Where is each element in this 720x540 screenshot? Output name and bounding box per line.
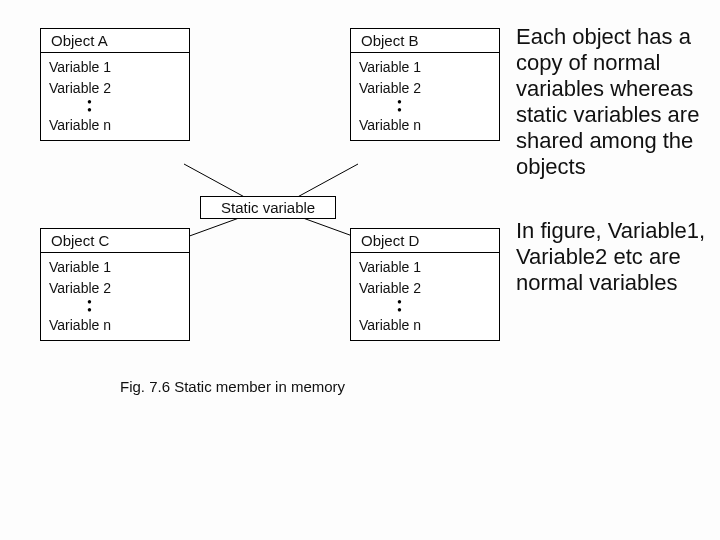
- object-b-box: Object B Variable 1 Variable 2 •• Variab…: [350, 28, 500, 141]
- object-d-var1: Variable 1: [359, 257, 495, 278]
- static-member-diagram: Object A Variable 1 Variable 2 •• Variab…: [40, 28, 500, 428]
- object-b-body: Variable 1 Variable 2 •• Variable n: [351, 53, 499, 140]
- object-b-varn: Variable n: [359, 115, 495, 136]
- svg-line-1: [292, 164, 358, 200]
- object-a-title: Object A: [41, 29, 189, 53]
- paragraph-2: In figure, Variable1, Variable2 etc are …: [516, 218, 706, 296]
- object-c-title: Object C: [41, 229, 189, 253]
- paragraph-1: Each object has a copy of normal variabl…: [516, 24, 706, 180]
- ellipsis-icon: ••: [49, 99, 185, 115]
- object-a-var2: Variable 2: [49, 78, 185, 99]
- object-c-box: Object C Variable 1 Variable 2 •• Variab…: [40, 228, 190, 341]
- object-b-title: Object B: [351, 29, 499, 53]
- object-d-body: Variable 1 Variable 2 •• Variable n: [351, 253, 499, 340]
- object-a-var1: Variable 1: [49, 57, 185, 78]
- svg-line-0: [184, 164, 250, 200]
- object-d-varn: Variable n: [359, 315, 495, 336]
- object-b-var2: Variable 2: [359, 78, 495, 99]
- object-d-var2: Variable 2: [359, 278, 495, 299]
- object-a-varn: Variable n: [49, 115, 185, 136]
- object-c-varn: Variable n: [49, 315, 185, 336]
- object-c-var2: Variable 2: [49, 278, 185, 299]
- figure-caption: Fig. 7.6 Static member in memory: [120, 378, 345, 395]
- ellipsis-icon: ••: [359, 299, 495, 315]
- ellipsis-icon: ••: [359, 99, 495, 115]
- object-a-body: Variable 1 Variable 2 •• Variable n: [41, 53, 189, 140]
- object-a-box: Object A Variable 1 Variable 2 •• Variab…: [40, 28, 190, 141]
- object-d-box: Object D Variable 1 Variable 2 •• Variab…: [350, 228, 500, 341]
- object-d-title: Object D: [351, 229, 499, 253]
- static-variable-box: Static variable: [200, 196, 336, 219]
- object-b-var1: Variable 1: [359, 57, 495, 78]
- object-c-body: Variable 1 Variable 2 •• Variable n: [41, 253, 189, 340]
- object-c-var1: Variable 1: [49, 257, 185, 278]
- explanation-text: Each object has a copy of normal variabl…: [516, 24, 706, 334]
- ellipsis-icon: ••: [49, 299, 185, 315]
